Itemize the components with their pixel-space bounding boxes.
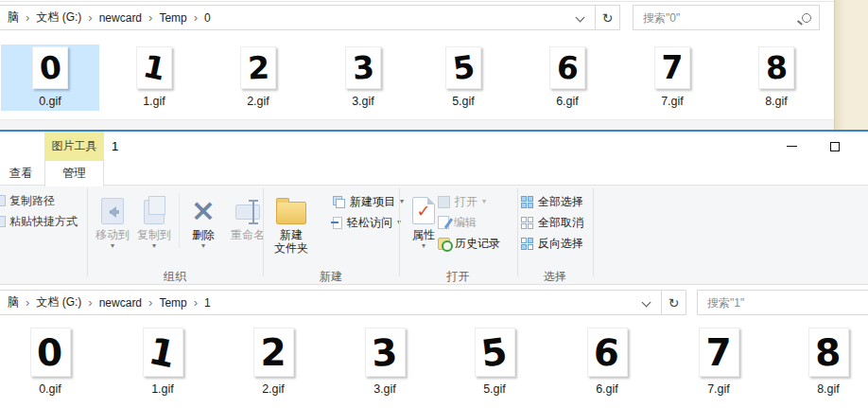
file-item[interactable]: 2 2.gif [209, 44, 307, 111]
file-item[interactable]: 1 1.gif [105, 44, 203, 111]
copy-path-button[interactable]: 复制路径 [0, 191, 55, 210]
copy-to-icon [144, 200, 165, 224]
ribbon-tab-row: 查看 管理 [0, 161, 868, 186]
file-item[interactable]: 1 1.gif [111, 324, 215, 398]
rename-icon [235, 204, 260, 220]
file-name: 2.gif [221, 382, 325, 396]
digit-image: 5 [451, 51, 477, 85]
minimize-icon [787, 146, 797, 148]
edit-icon [438, 216, 449, 229]
file-item[interactable]: 5 5.gif [443, 324, 547, 398]
refresh-icon[interactable]: ↻ [661, 291, 686, 314]
file-item[interactable]: 7 7.gif [667, 324, 771, 398]
copy-to-button[interactable]: 复制到 ▾ [133, 188, 175, 266]
invert-selection-button[interactable]: 反向选择 [521, 234, 583, 253]
file-item[interactable]: 8 8.gif [776, 324, 868, 398]
digit-image: 7 [705, 334, 731, 371]
file-thumbnail: 0 [32, 46, 68, 89]
breadcrumb-item[interactable]: 文档 (G:) [31, 294, 86, 310]
file-thumbnail: 7 [654, 46, 690, 89]
address-bar[interactable]: 脑 › 文档 (G:) › newcard › Temp › 0 ↻ [0, 5, 620, 30]
new-folder-button[interactable]: 新建 文件夹 [266, 188, 317, 266]
delete-button[interactable]: × 删除 ▾ [182, 188, 224, 266]
address-dropdown-chevron-icon[interactable] [575, 12, 586, 24]
breadcrumb-item[interactable]: newcard [95, 11, 147, 25]
breadcrumb-separator-icon: › [192, 295, 200, 310]
maximize-button[interactable] [819, 132, 851, 161]
breadcrumb-separator-icon: › [86, 10, 94, 25]
file-item[interactable]: 0 0.gif [1, 44, 99, 111]
easy-access-button[interactable]: 轻松访问 ▾ [333, 213, 401, 232]
background-window-edge [834, 0, 868, 130]
search-input[interactable] [705, 295, 863, 310]
digit-image: 8 [814, 333, 842, 371]
file-name: 7.gif [667, 382, 771, 396]
file-thumbnail: 8 [758, 46, 794, 89]
refresh-icon[interactable]: ↻ [595, 6, 619, 29]
open-icon [438, 196, 450, 208]
history-icon [438, 238, 450, 250]
breadcrumb-item[interactable]: newcard [95, 296, 147, 310]
open-button[interactable]: 打开 ▾ [438, 192, 486, 211]
copy-path-icon [0, 195, 6, 206]
move-to-button[interactable]: 移动到 ▾ [92, 188, 133, 266]
search-box [697, 290, 868, 315]
select-all-button[interactable]: 全部选择 [521, 192, 583, 211]
file-thumbnail: 8 [808, 328, 849, 377]
dropdown-caret-icon: ▾ [182, 242, 224, 250]
address-dropdown-chevron-icon[interactable] [641, 297, 652, 309]
file-item[interactable]: 7 7.gif [623, 44, 721, 111]
group-separator [263, 188, 264, 276]
file-item[interactable]: 8 8.gif [727, 44, 825, 111]
breadcrumb-item[interactable]: 1 [200, 296, 216, 310]
button-separator [179, 193, 180, 248]
tab-view[interactable]: 查看 [0, 161, 42, 186]
select-all-icon [521, 196, 533, 208]
rename-button[interactable]: 重命名 [224, 188, 271, 266]
picture-tools-contextual-tab[interactable]: 图片工具 [44, 132, 104, 161]
new-item-button[interactable]: 新建项目 ▾ [333, 192, 404, 211]
breadcrumb-root[interactable]: 脑 [3, 9, 24, 26]
edit-button[interactable]: 编辑 [438, 213, 477, 232]
file-item[interactable]: 0 0.gif [0, 324, 102, 398]
breadcrumb-item[interactable]: 文档 (G:) [31, 9, 86, 26]
file-name: 8.gif [776, 382, 868, 396]
minimize-button[interactable] [775, 132, 807, 161]
easy-access-icon [333, 217, 342, 229]
group-separator [399, 188, 400, 276]
breadcrumb-separator-icon: › [24, 295, 31, 310]
breadcrumb-separator-icon: › [86, 295, 94, 310]
search-input[interactable] [641, 10, 796, 26]
digit-image: 1 [140, 50, 167, 85]
file-thumbnail: 7 [699, 328, 739, 377]
paste-shortcut-icon [0, 216, 6, 227]
group-label-new: 新建 [263, 269, 399, 285]
file-name: 6.gif [555, 382, 659, 396]
paste-shortcut-button[interactable]: 粘贴快捷方式 [0, 212, 78, 231]
breadcrumb-item[interactable]: 0 [200, 11, 216, 25]
search-icon [802, 13, 811, 23]
file-item[interactable]: 2 2.gif [221, 324, 325, 398]
file-thumbnail: 2 [253, 328, 294, 377]
breadcrumb-root[interactable]: 脑 [3, 294, 24, 310]
file-name: 0.gif [0, 382, 102, 396]
file-name: 6.gif [518, 95, 616, 108]
breadcrumb-separator-icon: › [147, 295, 154, 310]
breadcrumb-item[interactable]: Temp [154, 296, 191, 310]
address-bar[interactable]: 脑 › 文档 (G:) › newcard › Temp › 1 ↻ [0, 290, 686, 315]
group-label-organize: 组织 [87, 269, 263, 285]
select-none-button[interactable]: 全部取消 [521, 213, 583, 232]
search-box [633, 5, 820, 30]
digit-image: 3 [351, 51, 374, 84]
title-bar: 图片工具 1 [0, 132, 868, 161]
tab-manage[interactable]: 管理 [44, 161, 104, 186]
history-button[interactable]: 历史记录 [438, 234, 500, 253]
file-item[interactable]: 6 6.gif [555, 324, 659, 398]
file-thumbnail: 3 [345, 46, 381, 89]
file-item[interactable]: 6 6.gif [518, 44, 616, 111]
file-item[interactable]: 5 5.gif [414, 44, 512, 111]
group-label-select: 选择 [517, 269, 593, 285]
file-item[interactable]: 3 3.gif [333, 324, 437, 398]
file-item[interactable]: 3 3.gif [314, 44, 412, 111]
breadcrumb-item[interactable]: Temp [154, 11, 191, 25]
